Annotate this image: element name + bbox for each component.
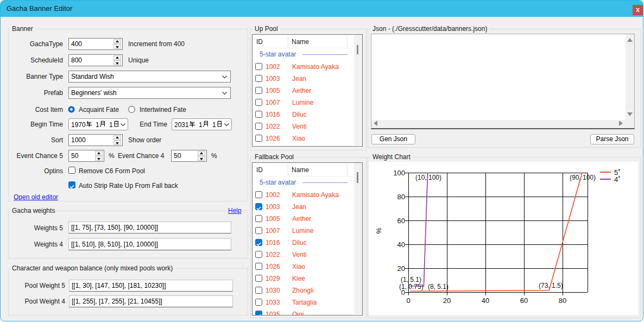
svg-text:0: 0 xyxy=(406,296,410,305)
svg-text:40: 40 xyxy=(482,296,489,305)
svg-text:(73, 1.5): (73, 1.5) xyxy=(539,282,563,289)
svg-text:60: 60 xyxy=(397,217,405,225)
svg-text:(1, 5.1): (1, 5.1) xyxy=(401,276,421,283)
svg-text:60: 60 xyxy=(520,296,528,305)
svg-text:20: 20 xyxy=(443,296,451,305)
svg-text:80: 80 xyxy=(559,296,566,305)
svg-text:(1, 0.75): (1, 0.75) xyxy=(399,283,424,291)
svg-text:40: 40 xyxy=(397,241,405,249)
svg-text:%: % xyxy=(375,228,383,234)
svg-text:(10, 100): (10, 100) xyxy=(415,174,441,181)
svg-text:100: 100 xyxy=(393,169,405,177)
svg-text:(90, 100): (90, 100) xyxy=(570,174,596,181)
svg-text:20: 20 xyxy=(397,264,405,273)
svg-text:(8, 5.1): (8, 5.1) xyxy=(428,283,449,291)
svg-text:4*: 4* xyxy=(614,175,620,184)
svg-text:80: 80 xyxy=(397,193,405,201)
